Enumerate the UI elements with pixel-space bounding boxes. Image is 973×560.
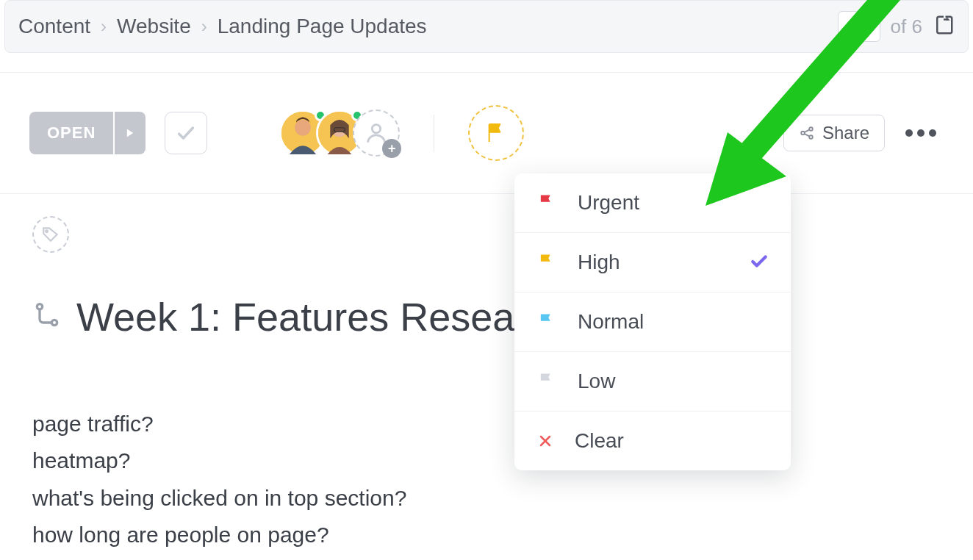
priority-option-urgent[interactable]: Urgent <box>514 173 791 233</box>
status-dropdown-caret[interactable] <box>113 112 146 154</box>
note-line: page traffic? <box>32 406 941 442</box>
svg-point-6 <box>373 125 381 133</box>
priority-label: High <box>578 251 729 274</box>
svg-line-11 <box>804 134 809 137</box>
note-line: what's being clicked on in top section? <box>32 480 941 517</box>
note-line: how long are people on page? <box>32 517 941 553</box>
subtask-icon <box>32 301 62 333</box>
page-number-input[interactable] <box>838 11 880 42</box>
priority-flag-button[interactable] <box>468 105 524 161</box>
more-menu-button[interactable] <box>898 122 944 144</box>
priority-label: Low <box>578 370 769 393</box>
note-line: heatmap? <box>32 442 941 479</box>
share-label: Share <box>822 123 869 143</box>
task-title-row: Week 1: Features Research <box>32 294 941 340</box>
task-description[interactable]: page traffic? heatmap? what's being clic… <box>32 406 941 554</box>
divider <box>434 115 434 151</box>
svg-point-2 <box>295 120 311 136</box>
status-open-button[interactable]: OPEN <box>29 112 113 154</box>
priority-option-low[interactable]: Low <box>514 352 791 412</box>
priority-label: Clear <box>575 429 769 453</box>
priority-option-clear[interactable]: Clear <box>514 412 791 470</box>
check-icon <box>750 251 769 273</box>
plus-icon: + <box>382 139 401 158</box>
priority-label: Urgent <box>578 191 769 215</box>
svg-marker-0 <box>127 129 133 137</box>
assignees: + <box>279 110 400 157</box>
chevron-right-icon: › <box>201 16 207 37</box>
svg-point-12 <box>46 230 48 232</box>
breadcrumb-website[interactable]: Website <box>117 15 191 38</box>
add-assignee-button[interactable]: + <box>353 110 400 157</box>
chevron-right-icon: › <box>101 16 107 37</box>
breadcrumb-landing-page-updates[interactable]: Landing Page Updates <box>218 15 427 38</box>
svg-line-10 <box>804 129 809 132</box>
priority-option-normal[interactable]: Normal <box>514 292 791 352</box>
task-body: Week 1: Features Research page traffic? … <box>0 194 973 560</box>
complete-check-button[interactable] <box>165 112 207 154</box>
page-total-label: of 6 <box>891 15 922 38</box>
breadcrumb: Content › Website › Landing Page Updates… <box>4 0 969 53</box>
priority-option-high[interactable]: High <box>514 233 791 292</box>
breadcrumb-content[interactable]: Content <box>18 15 90 38</box>
task-header: OPEN + <box>0 73 973 194</box>
priority-label: Normal <box>578 310 769 334</box>
status-button-group: OPEN <box>29 112 146 154</box>
svg-point-14 <box>51 320 57 325</box>
add-tags-button[interactable] <box>32 216 69 253</box>
open-external-icon[interactable] <box>933 14 955 39</box>
priority-dropdown: Urgent High Normal Low Clear <box>514 173 791 470</box>
svg-point-13 <box>37 304 42 309</box>
share-button[interactable]: Share <box>783 115 885 151</box>
task-title[interactable]: Week 1: Features Research <box>76 294 570 340</box>
